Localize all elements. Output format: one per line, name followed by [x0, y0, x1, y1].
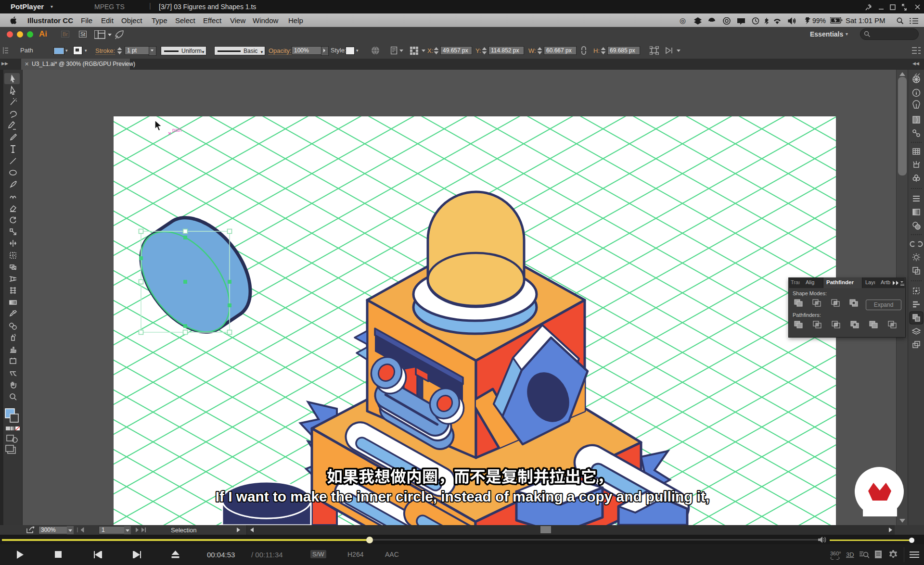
svg-text:360°: 360°: [830, 551, 841, 556]
